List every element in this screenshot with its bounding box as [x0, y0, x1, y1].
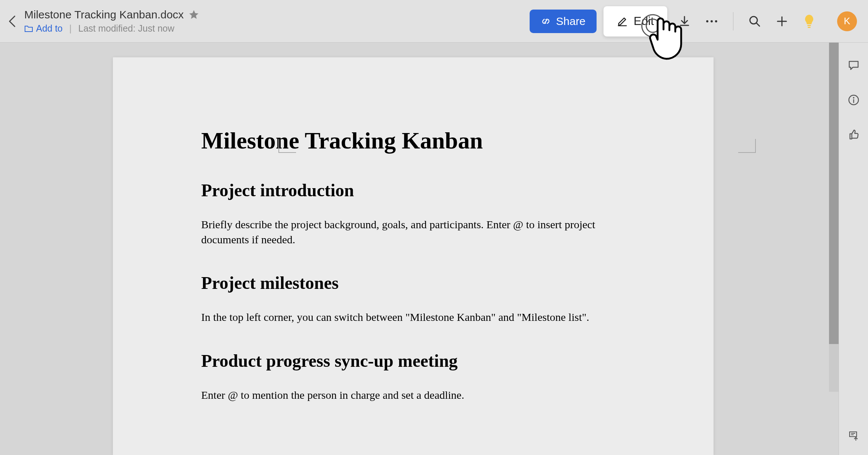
- doc-section2-body: In the top left corner, you can switch b…: [201, 310, 598, 325]
- share-label: Share: [556, 15, 586, 28]
- divider: |: [69, 23, 72, 34]
- info-rail-button[interactable]: [846, 92, 862, 108]
- side-rail: [839, 43, 868, 455]
- svg-rect-5: [808, 27, 811, 28]
- edit-label: Edit: [634, 14, 654, 28]
- doc-section2-heading: Project milestones: [201, 273, 625, 293]
- thumbs-up-icon: [848, 129, 860, 140]
- comments-rail-button[interactable]: [846, 57, 862, 74]
- last-modified-label: Last modified: Just now: [78, 23, 174, 34]
- download-button[interactable]: [674, 11, 695, 32]
- subtitle-row: Add to | Last modified: Just now: [24, 23, 530, 34]
- download-icon: [678, 15, 691, 28]
- topbar: Milestone Tracking Kanban.docx Add to | …: [0, 0, 868, 43]
- main-area: Milestone Tracking Kanban Project introd…: [0, 43, 868, 455]
- toolbar-separator: [733, 12, 733, 31]
- svg-point-7: [853, 97, 854, 98]
- svg-point-1: [711, 20, 713, 22]
- more-icon: [705, 19, 718, 23]
- info-icon: [848, 94, 860, 106]
- more-button[interactable]: [701, 11, 722, 32]
- feedback-rail-button[interactable]: [846, 428, 862, 444]
- document-title[interactable]: Milestone Tracking Kanban.docx: [24, 8, 184, 21]
- document-page: Milestone Tracking Kanban Project introd…: [113, 57, 714, 455]
- search-icon: [748, 15, 761, 28]
- lightbulb-icon: [803, 14, 815, 29]
- comment-icon: [848, 60, 860, 71]
- folder-icon: [24, 25, 33, 33]
- search-button[interactable]: [744, 11, 765, 32]
- title-row: Milestone Tracking Kanban.docx: [24, 8, 530, 21]
- doc-section3-heading: Product progress sync-up meeting: [201, 351, 625, 371]
- avatar-initial: K: [844, 15, 850, 27]
- plus-icon: [776, 15, 788, 28]
- svg-point-0: [706, 20, 708, 22]
- toolbar-right: Share Edit: [530, 6, 857, 37]
- scrollbar-thumb[interactable]: [829, 43, 839, 344]
- chevron-left-icon: [8, 15, 16, 28]
- add-to-button[interactable]: Add to: [24, 23, 63, 34]
- add-button[interactable]: [772, 11, 792, 32]
- tips-button[interactable]: [799, 11, 819, 32]
- add-to-label: Add to: [36, 23, 63, 34]
- link-icon: [541, 16, 551, 26]
- avatar[interactable]: K: [837, 11, 857, 31]
- title-section: Milestone Tracking Kanban.docx Add to | …: [24, 8, 530, 34]
- doc-heading-1: Milestone Tracking Kanban: [201, 127, 625, 154]
- doc-section1-heading: Project introduction: [201, 180, 625, 200]
- scrollbar[interactable]: [829, 43, 839, 392]
- doc-section3-body: Enter @ to mention the person in charge …: [201, 388, 598, 403]
- doc-section1-body: Briefly describe the project background,…: [201, 217, 598, 247]
- svg-rect-4: [807, 25, 811, 26]
- margin-corner-tr: [738, 139, 756, 153]
- svg-point-2: [715, 20, 717, 22]
- pencil-icon: [617, 16, 628, 27]
- note-arrow-icon: [848, 430, 860, 442]
- share-button[interactable]: Share: [530, 10, 597, 33]
- star-icon[interactable]: [188, 9, 199, 20]
- edit-button[interactable]: Edit: [603, 6, 668, 37]
- like-rail-button[interactable]: [846, 126, 862, 143]
- margin-corner-tl: [278, 139, 296, 153]
- back-button[interactable]: [3, 12, 21, 31]
